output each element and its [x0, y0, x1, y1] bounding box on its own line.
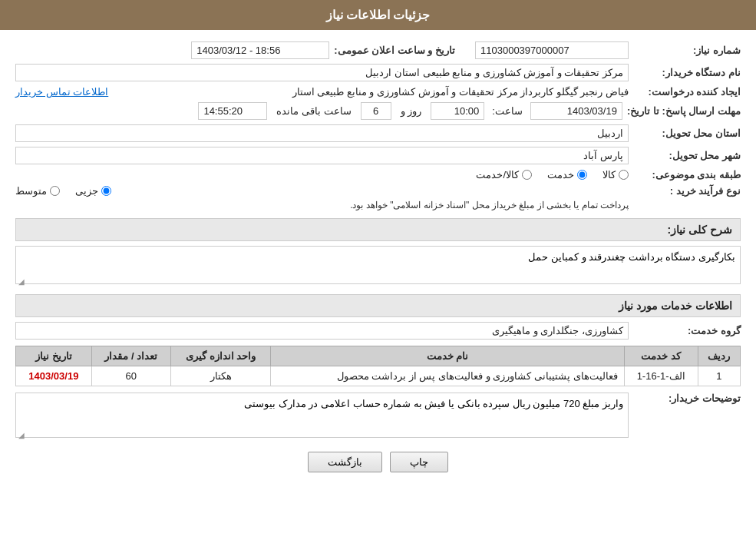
col-header-quantity: تعداد / مقدار — [91, 346, 170, 366]
process-option-jozii-label: جزیی — [75, 185, 98, 197]
buyer-notes-textarea[interactable]: واریز مبلغ 720 میلیون ریال سپرده بانکی ی… — [15, 393, 629, 438]
creator-value: فیاض رنجبر گیگلو کاربرداز مرکز تحقیقات و… — [117, 86, 629, 98]
buyer-org-value: مرکز تحقیقات و آموزش کشاورزی و منابع طبی… — [15, 64, 629, 81]
announcement-value: 1403/03/12 - 18:56 — [191, 41, 329, 59]
services-table: ردیف کد خدمت نام خدمت واحد اندازه گیری ت… — [15, 346, 741, 386]
services-section-header: اطلاعات خدمات مورد نیاز — [15, 294, 741, 317]
buyer-notes-col-indicator: ◢ — [17, 431, 25, 439]
need-description-label: شرح کلی نیاز: — [668, 224, 732, 236]
service-group-label: گروه خدمت: — [633, 325, 741, 336]
need-description-section-header: شرح کلی نیاز: — [15, 218, 741, 241]
delivery-city-value: پارس آباد — [15, 147, 629, 164]
creator-label: ایجاد کننده درخواست: — [633, 86, 741, 98]
col-indicator: ◢ — [17, 277, 25, 285]
cell-code: الف-1-16-1 — [624, 366, 698, 386]
services-section-label: اطلاعات خدمات مورد نیاز — [619, 300, 732, 312]
category-option-khadamat-label: خدمت — [547, 169, 574, 181]
delivery-city-label: شهر محل تحویل: — [633, 150, 741, 161]
back-button[interactable]: بازگشت — [308, 452, 382, 472]
category-option-kala[interactable]: کالا — [602, 169, 629, 181]
page-title: جزئیات اطلاعات نیاز — [326, 8, 431, 22]
response-date: 1403/03/19 — [530, 102, 622, 120]
cell-quantity: 60 — [91, 366, 170, 386]
category-radio-kala[interactable] — [619, 170, 629, 180]
process-radio-group: متوسط جزیی — [15, 185, 629, 197]
response-deadline-label: مهلت ارسال پاسخ: تا تاریخ: — [627, 105, 741, 117]
process-label: نوع فرآیند خرید : — [633, 185, 741, 197]
category-option-khadamat[interactable]: خدمت — [547, 169, 587, 181]
need-description-textarea[interactable]: بکارگیری دستگاه برداشت چغندرقند و کمباین… — [15, 246, 741, 284]
category-option-kala-khadamat[interactable]: کالا/خدمت — [476, 169, 532, 181]
category-label: طبقه بندی موضوعی: — [633, 169, 741, 181]
col-header-code: کد خدمت — [624, 346, 698, 366]
category-radio-kala-khadamat[interactable] — [522, 170, 532, 180]
table-row: 1 الف-1-16-1 فعالیت‌های پشتیبانی کشاورزی… — [16, 366, 741, 386]
delivery-province-value: اردبیل — [15, 124, 629, 142]
print-button[interactable]: چاپ — [390, 452, 448, 472]
col-header-name: نام خدمت — [271, 346, 624, 366]
cell-unit: هکتار — [170, 366, 270, 386]
response-time-label: ساعت: — [492, 105, 523, 117]
response-remaining-label: ساعت باقی مانده — [276, 105, 351, 117]
need-number-value: 1103000397000007 — [475, 41, 629, 59]
category-radio-group: کالا/خدمت خدمت کالا — [476, 169, 629, 181]
response-time: 10:00 — [431, 102, 484, 120]
category-option-kala-label: کالا — [602, 169, 616, 181]
need-number-label: شماره نیاز: — [633, 45, 741, 56]
service-group-value: کشاورزی، جنگلداری و ماهیگیری — [15, 322, 629, 340]
col-header-unit: واحد اندازه گیری — [170, 346, 270, 366]
category-radio-khadamat[interactable] — [577, 170, 587, 180]
cell-date: 1403/03/19 — [16, 366, 92, 386]
cell-name: فعالیت‌های پشتیبانی کشاورزی و فعالیت‌های… — [271, 366, 624, 386]
process-option-jozii[interactable]: جزیی — [75, 185, 111, 197]
col-header-date: تاریخ نیاز — [16, 346, 92, 366]
buyer-notes-label: توضیحات خریدار: — [633, 393, 741, 404]
col-header-row: ردیف — [698, 346, 740, 366]
buyer-org-label: نام دستگاه خریدار: — [633, 67, 741, 78]
page-header: جزئیات اطلاعات نیاز — [0, 0, 756, 30]
response-remaining: 14:55:20 — [198, 102, 267, 120]
announcement-label: تاریخ و ساعت اعلان عمومی: — [334, 45, 455, 56]
button-row: چاپ بازگشت — [15, 452, 741, 484]
response-days: 6 — [361, 102, 391, 120]
process-radio-motavaset[interactable] — [50, 186, 60, 196]
process-description: پرداخت تمام یا بخشی از مبلغ خریداز محل "… — [15, 200, 629, 210]
process-option-motavaset[interactable]: متوسط — [15, 185, 60, 197]
creator-contact-link[interactable]: اطلاعات تماس خریدار — [15, 86, 108, 98]
cell-row-number: 1 — [698, 366, 740, 386]
delivery-province-label: استان محل تحویل: — [633, 128, 741, 139]
process-radio-jozii[interactable] — [101, 186, 111, 196]
response-days-label: روز و — [401, 105, 422, 117]
process-option-motavaset-label: متوسط — [15, 185, 47, 197]
category-option-kala-khadamat-label: کالا/خدمت — [476, 169, 519, 181]
